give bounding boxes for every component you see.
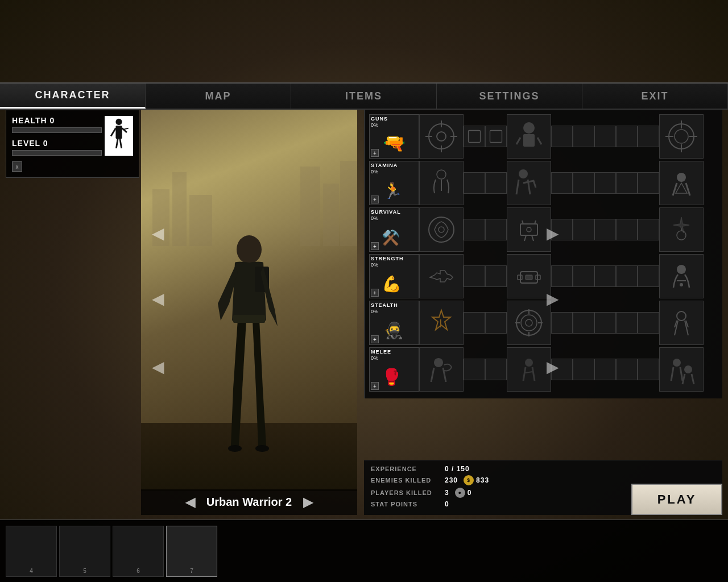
- close-button[interactable]: x: [12, 161, 22, 172]
- skill-melee-name: MELEE: [371, 349, 391, 355]
- skill-survival-pct: 0%: [371, 215, 378, 221]
- skill-card-survival: SURVIVAL 0% ⚒️ +: [369, 207, 419, 252]
- arrow-right-color[interactable]: ▶: [541, 355, 564, 378]
- svg-point-40: [677, 173, 686, 182]
- skill-slot: [551, 312, 573, 334]
- skill-card-stamina: STAMINA 0% 🏃 +: [369, 161, 419, 205]
- nav-settings[interactable]: SETTINGS: [437, 84, 582, 109]
- skill-slot: [464, 359, 485, 380]
- skill-stealth-pct: 0%: [371, 309, 378, 314]
- svg-text:🥷: 🥷: [384, 321, 404, 340]
- skill-stealth-plus[interactable]: +: [371, 335, 379, 343]
- bottom-tab-4[interactable]: 4: [6, 526, 57, 577]
- skill-slot: [551, 126, 573, 147]
- skill-melee-plus[interactable]: +: [371, 382, 379, 390]
- skill-slot: [573, 219, 594, 240]
- skill-row-guns: GUNS 0% 🔫 +: [369, 114, 718, 159]
- nav-exit-label: EXIT: [641, 90, 668, 102]
- bottom-tab-7[interactable]: 7: [166, 526, 217, 577]
- skill-card-guns: GUNS 0% 🔫 +: [369, 114, 419, 159]
- skill-slot: [616, 219, 638, 240]
- svg-line-30: [537, 138, 541, 144]
- silver-icon: ●: [455, 488, 465, 498]
- svg-rect-13: [172, 172, 187, 246]
- arrow-left-color[interactable]: ◀: [147, 355, 169, 378]
- level-bar-container: [12, 150, 102, 156]
- experience-label: EXPERIENCE: [371, 465, 445, 472]
- skill-stealth-main-slot: !: [419, 301, 464, 345]
- svg-point-20: [437, 132, 446, 141]
- skill-stamina-alt-slot: [507, 161, 551, 205]
- skill-row-stamina: STAMINA 0% 🏃 +: [369, 161, 718, 205]
- skill-melee-pct: 0%: [371, 355, 378, 361]
- svg-line-2: [111, 128, 115, 136]
- skill-strength-plus[interactable]: +: [371, 289, 379, 297]
- svg-rect-9: [233, 315, 265, 323]
- svg-rect-52: [526, 275, 532, 280]
- bottom-tab-6[interactable]: 6: [113, 526, 164, 577]
- svg-point-7: [237, 235, 262, 264]
- svg-text:🥊: 🥊: [382, 368, 402, 386]
- skill-slot: [573, 265, 594, 287]
- bottom-tab-5[interactable]: 5: [59, 526, 110, 577]
- svg-line-4: [116, 139, 118, 148]
- skill-slot: [485, 172, 507, 194]
- skill-slot: [594, 359, 616, 380]
- character-name-bar: ◀ Urban Warrior 2 ▶: [141, 489, 357, 515]
- svg-rect-16: [323, 184, 339, 246]
- nav-items[interactable]: ITEMS: [291, 84, 437, 109]
- health-label: HEALTH 0: [12, 116, 102, 125]
- stat-points-label: STAT POINTS: [371, 501, 445, 508]
- skill-stamina-scope-slot: [659, 161, 704, 205]
- skill-slot: [573, 172, 594, 194]
- char-prev-arrow[interactable]: ◀: [185, 495, 195, 510]
- play-button[interactable]: PLAY: [631, 484, 722, 515]
- svg-line-5: [120, 139, 122, 148]
- arrow-right-equipment[interactable]: ▶: [541, 287, 564, 310]
- nav-character-label: CHARACTER: [35, 89, 110, 101]
- nav-map[interactable]: MAP: [146, 84, 291, 109]
- skill-strength-scope-slot: [659, 254, 704, 298]
- svg-text:🏃: 🏃: [383, 181, 403, 200]
- health-bar-container: [12, 127, 102, 133]
- char-next-arrow[interactable]: ▶: [303, 495, 313, 510]
- svg-point-67: [525, 359, 533, 367]
- skill-slot: [594, 172, 616, 194]
- svg-rect-28: [523, 134, 535, 147]
- bottom-tab-4-label: 4: [30, 568, 33, 574]
- svg-rect-44: [520, 224, 537, 235]
- svg-rect-17: [340, 161, 357, 246]
- arrow-left-appearance[interactable]: ◀: [147, 222, 169, 244]
- svg-point-32: [675, 130, 688, 143]
- skill-card-strength: STRENGTH 0% 💪 +: [369, 254, 419, 298]
- svg-point-11: [255, 445, 269, 452]
- svg-text:!: !: [439, 317, 442, 330]
- svg-point-69: [684, 365, 692, 373]
- skill-slot: [485, 265, 507, 287]
- skill-stamina-pct: 0%: [371, 169, 378, 174]
- skill-guns-plus[interactable]: +: [371, 149, 379, 157]
- skill-stamina-plus[interactable]: +: [371, 196, 379, 203]
- arrow-left-equipment[interactable]: ◀: [147, 287, 169, 310]
- skill-melee-main-slot: [419, 347, 464, 392]
- arrow-right-appearance[interactable]: ▶: [541, 222, 564, 244]
- gold-icon: $: [464, 475, 474, 485]
- skill-slot: [485, 126, 507, 147]
- svg-point-45: [527, 227, 531, 232]
- skill-guns-alt-slot: [507, 114, 551, 159]
- level-label: LEVEL 0: [12, 139, 102, 148]
- skill-slot: [616, 265, 638, 287]
- svg-point-68: [673, 359, 681, 367]
- svg-point-0: [115, 118, 122, 124]
- skill-stealth-name: STEALTH: [371, 302, 398, 308]
- skill-guns-pct: 0%: [371, 122, 378, 128]
- character-stats-panel: HEALTH 0 LEVEL 0 x: [6, 110, 139, 178]
- nav-exit[interactable]: EXIT: [582, 84, 728, 109]
- skill-slot: [551, 172, 573, 194]
- skill-survival-name: SURVIVAL: [371, 209, 401, 215]
- skill-survival-plus[interactable]: +: [371, 242, 379, 250]
- svg-point-46: [677, 231, 686, 240]
- bottom-tab-5-label: 5: [83, 568, 86, 574]
- nav-character[interactable]: CHARACTER: [0, 84, 146, 109]
- svg-point-54: [680, 283, 683, 286]
